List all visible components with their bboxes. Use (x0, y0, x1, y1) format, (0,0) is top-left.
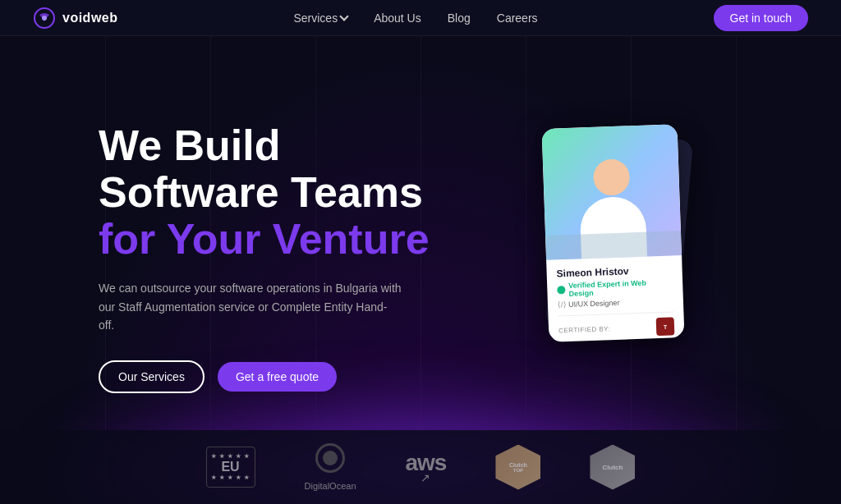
nav-about[interactable]: About Us (374, 11, 421, 25)
navbar: voidweb Services About Us Blog Careers G… (0, 0, 841, 36)
hero-title-accent: for Your Venture (99, 215, 430, 263)
verified-icon (557, 286, 565, 294)
card-name: Simeon Hristov (556, 264, 672, 280)
our-services-button[interactable]: Our Services (99, 360, 205, 393)
profile-card: Simeon Hristov Verified Expert in Web De… (542, 124, 685, 342)
card-certified: CERTIFIED BY: T (558, 311, 674, 339)
svg-point-1 (42, 16, 47, 21)
nav-blog[interactable]: Blog (448, 11, 471, 25)
person-head (592, 158, 630, 196)
card-photo (542, 124, 682, 260)
logos-strip: ★ ★ ★ ★ ★ EU ★ ★ ★ ★ ★ DigitalOcean aws … (0, 430, 841, 504)
logo-clutch-gold: Clutch TOP (495, 445, 540, 490)
hero-buttons: Our Services Get a free quote (99, 360, 430, 393)
digitalocean-icon (315, 443, 345, 473)
logo-clutch-silver: Clutch (590, 445, 635, 490)
cert-badge: T (656, 317, 675, 336)
aws-arrow-icon: ↗ (420, 471, 430, 484)
card-verified: Verified Expert in Web Design (557, 278, 673, 299)
card-info: Simeon Hristov Verified Expert in Web De… (546, 255, 684, 342)
nav-services[interactable]: Services (293, 11, 347, 25)
digitalocean-label: DigitalOcean (305, 481, 356, 491)
logo-text: voidweb (62, 11, 118, 25)
chevron-down-icon (339, 11, 348, 21)
hero-section: We Build Software Teams for Your Venture… (0, 0, 841, 504)
get-quote-button[interactable]: Get a free quote (218, 362, 337, 392)
hero-content: We Build Software Teams for Your Venture… (0, 36, 841, 430)
card-role: ⟨/⟩ UI/UX Designer (558, 296, 673, 309)
card-stack: Simeon Hristov Verified Expert in Web De… (545, 126, 689, 356)
nav-links: Services About Us Blog Careers (293, 11, 537, 25)
nav-careers[interactable]: Careers (497, 11, 538, 25)
hero-text: We Build Software Teams for Your Venture… (99, 122, 430, 394)
certified-label: CERTIFIED BY: (558, 325, 611, 334)
logo-digitalocean: DigitalOcean (305, 443, 356, 491)
logo-icon (33, 7, 56, 30)
hero-subtitle: We can outsource your software operation… (99, 279, 402, 334)
profile-card-area: Simeon Hristov Verified Expert in Web De… (545, 126, 710, 373)
card-verified-text: Verified Expert in Web Design (568, 278, 673, 298)
logo-eu: ★ ★ ★ ★ ★ EU ★ ★ ★ ★ ★ (206, 447, 255, 488)
clutch-silver-badge: Clutch (590, 445, 635, 490)
logo[interactable]: voidweb (33, 7, 118, 30)
clutch-gold-badge: Clutch TOP (495, 445, 540, 490)
logo-aws: aws ↗ (406, 450, 447, 484)
hero-title: We Build Software Teams for Your Venture (99, 122, 430, 263)
get-in-touch-button[interactable]: Get in touch (714, 5, 809, 31)
